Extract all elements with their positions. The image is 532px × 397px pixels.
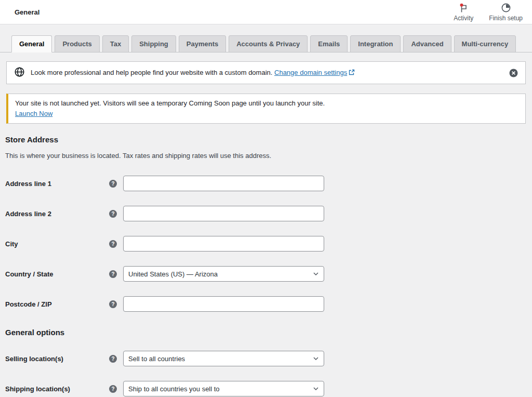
form-row-city: City ? [5, 229, 527, 259]
top-bar-actions: Activity Finish setup [454, 3, 523, 22]
finish-setup-button[interactable]: Finish setup [489, 3, 523, 22]
settings-tab-bar: General Products Tax Shipping Payments A… [0, 24, 532, 52]
tab-tax[interactable]: Tax [102, 35, 129, 52]
form-row-address-line-2: Address line 2 ? [5, 198, 527, 229]
tab-multi-currency[interactable]: Multi-currency [454, 35, 516, 52]
change-domain-settings-link[interactable]: Change domain settings [274, 69, 347, 76]
address-line-2-label: Address line 2 [5, 210, 109, 218]
pie-clock-icon [500, 3, 512, 14]
city-label: City [5, 240, 109, 248]
activity-label: Activity [454, 15, 473, 22]
address-line-2-input[interactable] [123, 206, 324, 221]
help-icon[interactable]: ? [109, 270, 117, 278]
selling-locations-select[interactable]: Sell to all countries [123, 351, 324, 366]
shipping-locations-select[interactable]: Ship to all countries you sell to [123, 381, 324, 396]
selling-locations-label: Selling location(s) [5, 355, 109, 363]
address-line-1-label: Address line 1 [5, 180, 109, 188]
tab-general[interactable]: General [11, 35, 52, 52]
tab-advanced[interactable]: Advanced [403, 35, 451, 52]
custom-domain-message: Look more professional and help people f… [31, 69, 272, 76]
postcode-zip-label: Postcode / ZIP [5, 300, 109, 308]
form-row-shipping-locations: Shipping location(s) ? Ship to all count… [5, 374, 527, 397]
settings-content: Look more professional and help people f… [0, 61, 532, 397]
country-state-select[interactable]: United States (US) — Arizona [123, 266, 324, 282]
help-icon[interactable]: ? [109, 180, 117, 188]
store-address-form: Address line 1 ? Address line 2 ? City ?… [5, 168, 527, 319]
form-row-postcode-zip: Postcode / ZIP ? [5, 289, 527, 319]
dismiss-notice-button[interactable] [509, 69, 518, 77]
finish-setup-label: Finish setup [489, 15, 523, 22]
top-bar: General Activity [0, 0, 532, 24]
help-icon[interactable]: ? [109, 300, 117, 308]
external-link-icon [349, 68, 355, 78]
custom-domain-notice: Look more professional and help people f… [6, 61, 526, 84]
store-address-heading: Store Address [5, 135, 527, 144]
launch-notice: Your site is not launched yet. Visitors … [6, 94, 526, 124]
tab-products[interactable]: Products [55, 35, 99, 52]
tab-shipping[interactable]: Shipping [131, 35, 176, 52]
flag-icon [458, 3, 469, 14]
help-icon[interactable]: ? [109, 210, 117, 218]
tab-emails[interactable]: Emails [310, 35, 348, 52]
form-row-selling-locations: Selling location(s) ? Sell to all countr… [5, 343, 527, 374]
store-address-description: This is where your business is located. … [5, 151, 527, 161]
page-title: General [15, 8, 39, 16]
activity-button[interactable]: Activity [454, 3, 473, 22]
city-input[interactable] [123, 236, 324, 252]
form-row-address-line-1: Address line 1 ? [5, 168, 527, 198]
launch-now-link[interactable]: Launch Now [15, 110, 52, 117]
help-icon[interactable]: ? [109, 355, 117, 363]
tab-payments[interactable]: Payments [179, 35, 226, 52]
form-row-country-state: Country / State ? United States (US) — A… [5, 259, 527, 289]
custom-domain-notice-text: Look more professional and help people f… [31, 68, 355, 78]
help-icon[interactable]: ? [109, 240, 117, 248]
shipping-locations-label: Shipping location(s) [5, 385, 109, 393]
launch-notice-text: Your site is not launched yet. Visitors … [15, 98, 518, 109]
general-options-heading: General options [5, 328, 527, 337]
address-line-1-input[interactable] [123, 176, 324, 191]
woocommerce-settings-page: General Activity [0, 0, 532, 397]
globe-icon [14, 67, 25, 79]
help-icon[interactable]: ? [109, 385, 117, 393]
postcode-zip-input[interactable] [123, 296, 324, 312]
tab-integration[interactable]: Integration [350, 35, 401, 52]
general-options-form: Selling location(s) ? Sell to all countr… [5, 343, 527, 397]
tab-accounts-privacy[interactable]: Accounts & Privacy [229, 35, 308, 52]
country-state-label: Country / State [5, 270, 109, 278]
